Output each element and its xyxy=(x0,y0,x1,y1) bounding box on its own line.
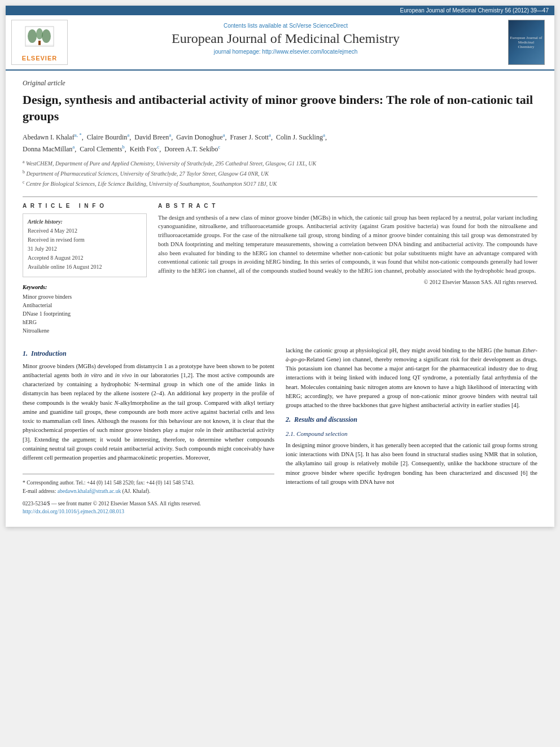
elsevier-brand: ELSEVIER xyxy=(22,55,57,62)
journal-citation: European Journal of Medicinal Chemistry … xyxy=(400,7,549,14)
author-3: David Breena, xyxy=(134,133,174,141)
right-intro-continuation: lacking the cationic group at physiologi… xyxy=(286,346,537,410)
history-label: Article history: xyxy=(28,219,142,225)
elsevier-logo-box: ELSEVIER xyxy=(11,20,68,65)
footnote-divider xyxy=(23,474,274,479)
accepted-date: Accepted 8 August 2012 xyxy=(28,254,142,262)
page: European Journal of Medicinal Chemistry … xyxy=(6,6,554,527)
keyword-5: Nitroalkene xyxy=(23,326,147,335)
journal-title-area: Contents lists available at SciVerse Sci… xyxy=(73,20,498,65)
abstract-heading: A B S T R A C T xyxy=(158,203,537,209)
corresponding-author-note: * Corresponding author. Tel.: +44 (0) 14… xyxy=(23,479,274,487)
article-info-heading: A R T I C L E I N F O xyxy=(23,203,147,209)
journal-name: European Journal of Medicinal Chemistry xyxy=(73,31,498,46)
affiliation-b: b Department of Pharmaceutical Sciences,… xyxy=(23,169,537,178)
sciverse-link[interactable]: SciVerse ScienceDirect xyxy=(289,23,348,29)
body-right-column: lacking the cationic group at physiologi… xyxy=(286,346,537,516)
email-note: E-mail address: abedawn.khalaf@strath.ac… xyxy=(23,487,274,495)
keyword-2: Antibacterial xyxy=(23,301,147,309)
svg-point-3 xyxy=(42,29,51,43)
author-4: Gavin Donoghuea, xyxy=(176,133,228,141)
article-history-box: Article history: Received 4 May 2012 Rec… xyxy=(23,213,147,277)
revised-label: Received in revised form xyxy=(28,236,142,244)
email-link[interactable]: abedawn.khalaf@strath.ac.uk xyxy=(58,488,121,494)
info-abstract-section: A R T I C L E I N F O Article history: R… xyxy=(23,196,537,335)
keyword-1: Minor groove binders xyxy=(23,292,147,301)
article-title: Design, synthesis and antibacterial acti… xyxy=(23,92,537,124)
author-10: Doreen A.T. Sekiboc xyxy=(164,145,220,153)
authors-line: Abedawn I. Khalafa, *, Claire Bourdina, … xyxy=(23,131,537,155)
author-8: Carol Clementsb, xyxy=(80,145,128,153)
affiliation-c: c Centre for Biological Sciences, Life S… xyxy=(23,179,537,188)
keywords-section: Keywords: Minor groove binders Antibacte… xyxy=(23,284,147,335)
svg-point-1 xyxy=(28,29,37,43)
journal-homepage: journal homepage: http://www.elsevier.co… xyxy=(73,49,498,55)
doi-link[interactable]: http://dx.doi.org/10.1016/j.ejmech.2012.… xyxy=(23,508,274,516)
results-section-title: 2. Results and discussion xyxy=(286,414,537,425)
journal-cover-image: European Journal of Medicinal Chemistry xyxy=(508,20,545,65)
sciverse-info: Contents lists available at SciVerse Sci… xyxy=(73,23,498,29)
elsevier-tree-icon xyxy=(20,24,59,55)
author-6: Colin J. Sucklinga, xyxy=(276,133,327,141)
affiliations: a WestCHEM, Department of Pure and Appli… xyxy=(23,159,537,189)
journal-cover: European Journal of Medicinal Chemistry xyxy=(504,20,549,65)
author-5: Fraser J. Scotta, xyxy=(230,133,274,141)
keywords-label: Keywords: xyxy=(23,284,147,290)
author-1: Abedawn I. Khalafa, *, xyxy=(23,133,85,141)
compound-selection-para: In designing minor groove binders, it ha… xyxy=(286,441,537,487)
article-info-column: A R T I C L E I N F O Article history: R… xyxy=(23,203,147,335)
revised-date: 31 July 2012 xyxy=(28,245,142,253)
author-9: Keith Foxc, xyxy=(130,145,163,153)
issn-line: 0223-5234/$ — see front matter © 2012 El… xyxy=(23,500,274,516)
body-section: 1. Introduction Minor groove binders (MG… xyxy=(23,346,537,516)
svg-point-2 xyxy=(36,28,43,40)
received-date: Received 4 May 2012 xyxy=(28,227,142,235)
intro-para-1: Minor groove binders (MGBs) developed fr… xyxy=(23,362,274,463)
abstract-column: A B S T R A C T The design and synthesis… xyxy=(158,203,537,335)
author-2: Claire Bourdina, xyxy=(87,133,133,141)
available-date: Available online 16 August 2012 xyxy=(28,263,142,271)
keyword-4: hERG xyxy=(23,318,147,326)
svg-rect-4 xyxy=(38,41,41,45)
compound-selection-title: 2.1. Compound selection xyxy=(286,429,537,439)
copyright-notice: © 2012 Elsevier Masson SAS. All rights r… xyxy=(158,279,537,285)
abstract-text: The design and synthesis of a new class … xyxy=(158,213,537,276)
body-left-column: 1. Introduction Minor groove binders (MG… xyxy=(23,346,274,516)
journal-citation-bar: European Journal of Medicinal Chemistry … xyxy=(6,6,554,15)
affiliation-a: a WestCHEM, Department of Pure and Appli… xyxy=(23,159,537,168)
article-type-label: Original article xyxy=(23,79,537,88)
article-content: Original article Design, synthesis and a… xyxy=(6,71,554,527)
homepage-url[interactable]: http://www.elsevier.com/locate/ejmech xyxy=(262,49,357,55)
intro-section-title: 1. Introduction xyxy=(23,348,274,359)
author-7: Donna MacMillana, xyxy=(23,145,78,153)
journal-header: ELSEVIER Contents lists available at Sci… xyxy=(6,15,554,71)
keyword-3: DNase 1 footprinting xyxy=(23,309,147,318)
